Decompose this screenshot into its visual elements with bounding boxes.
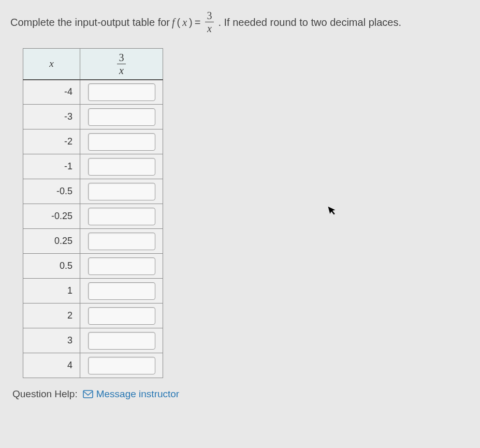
answer-input[interactable] <box>88 133 155 151</box>
answer-input[interactable] <box>88 183 155 200</box>
input-output-table: x 3 x -4-3-2-1-0.5-0.250.250.51234 <box>23 48 163 378</box>
func-name: f <box>172 15 175 30</box>
table-row: -4 <box>23 80 163 105</box>
x-value-cell: -0.25 <box>23 204 80 229</box>
equals-sign: = <box>195 15 201 30</box>
answer-input[interactable] <box>88 357 155 374</box>
fx-value-cell <box>80 80 163 105</box>
message-instructor-link[interactable]: Message instructor <box>83 388 180 400</box>
answer-input[interactable] <box>88 83 155 101</box>
x-value-cell: -4 <box>23 80 80 105</box>
x-value-cell: -2 <box>23 129 80 154</box>
fx-value-cell <box>80 328 163 353</box>
x-value-cell: -3 <box>23 105 80 129</box>
answer-input[interactable] <box>88 208 155 225</box>
prompt-text-1: Complete the input-output table for <box>10 15 170 30</box>
table-row: -0.25 <box>23 204 163 229</box>
table-row: 1 <box>23 279 163 304</box>
header-x: x <box>23 49 80 80</box>
answer-input[interactable] <box>88 158 155 176</box>
answer-input[interactable] <box>88 332 155 350</box>
table-row: -0.5 <box>23 179 163 204</box>
fx-value-cell <box>80 279 163 304</box>
table-row: -1 <box>23 154 163 179</box>
fx-value-cell <box>80 105 163 129</box>
fx-value-cell <box>80 229 163 254</box>
fx-value-cell <box>80 179 163 204</box>
answer-input[interactable] <box>88 233 155 250</box>
func-var: x <box>182 15 187 30</box>
x-value-cell: 3 <box>23 328 80 353</box>
answer-input[interactable] <box>88 257 155 275</box>
fx-value-cell <box>80 353 163 378</box>
help-link-text: Message instructor <box>96 388 180 400</box>
table-row: 4 <box>23 353 163 378</box>
cursor-icon <box>327 204 339 219</box>
fx-value-cell <box>80 254 163 279</box>
x-value-cell: -0.5 <box>23 179 80 204</box>
fx-value-cell <box>80 304 163 328</box>
table-body: -4-3-2-1-0.5-0.250.250.51234 <box>23 80 163 378</box>
table-row: 0.25 <box>23 229 163 254</box>
svg-rect-0 <box>83 391 93 398</box>
answer-input[interactable] <box>88 307 155 325</box>
question-help-row: Question Help: Message instructor <box>12 388 470 400</box>
fx-value-cell <box>80 129 163 154</box>
help-label: Question Help: <box>12 388 78 400</box>
table-row: -2 <box>23 129 163 154</box>
x-value-cell: 1 <box>23 279 80 304</box>
table-row: 3 <box>23 328 163 353</box>
x-value-cell: 2 <box>23 304 80 328</box>
fraction-3-over-x: 3 x <box>205 10 214 34</box>
header-fx: 3 x <box>80 49 163 80</box>
x-value-cell: 0.25 <box>23 229 80 254</box>
mail-icon <box>83 390 93 398</box>
question-prompt: Complete the input-output table for f(x)… <box>10 10 470 34</box>
prompt-text-2: . If needed round to two decimal places. <box>218 15 401 30</box>
fx-value-cell <box>80 204 163 229</box>
answer-input[interactable] <box>88 282 155 300</box>
fx-value-cell <box>80 154 163 179</box>
answer-input[interactable] <box>88 108 155 126</box>
table-row: -3 <box>23 105 163 129</box>
x-value-cell: -1 <box>23 154 80 179</box>
x-value-cell: 4 <box>23 353 80 378</box>
x-value-cell: 0.5 <box>23 254 80 279</box>
table-row: 2 <box>23 304 163 328</box>
table-row: 0.5 <box>23 254 163 279</box>
